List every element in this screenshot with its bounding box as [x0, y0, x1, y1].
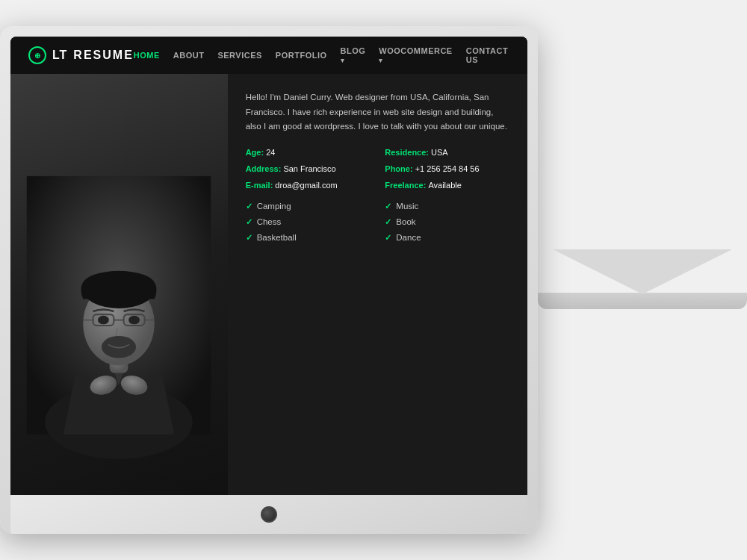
residence-value: USA — [431, 148, 448, 157]
age-value: 24 — [266, 148, 275, 157]
nav-portfolio[interactable]: PORTFOLIO — [276, 51, 327, 60]
details-grid: Age: 24 Residence: USA Address: San Fran… — [246, 148, 509, 190]
monitor: ⊕ LT RESUME HOME ABOUT SERVICES PORTFOLI… — [0, 26, 538, 534]
address-label: Address: — [246, 164, 284, 173]
detail-email: E-mail: droa@gmail.com — [246, 181, 371, 190]
nav-contact[interactable]: CONTACT US — [466, 46, 509, 64]
phone-value: +1 256 254 84 56 — [415, 164, 480, 173]
hobby-camping: ✓ Camping — [246, 202, 371, 211]
phone-label: Phone: — [385, 164, 415, 173]
age-label: Age: — [246, 148, 267, 157]
email-label: E-mail: — [246, 181, 276, 190]
residence-label: Residence: — [385, 148, 431, 157]
nav-woocommerce[interactable]: WOOCOMMERCE — [379, 46, 452, 64]
hobby-basketball: ✓ Basketball — [246, 233, 371, 243]
brand: ⊕ LT RESUME — [28, 46, 134, 64]
photo-placeholder — [10, 74, 228, 495]
brand-icon-text: ⊕ — [34, 52, 40, 60]
hobby-book: ✓ Book — [385, 217, 509, 227]
nav-links: HOME ABOUT SERVICES PORTFOLIO BLOG WOOCO… — [134, 46, 509, 64]
email-value: droa@gmail.com — [275, 181, 337, 190]
photo-section — [10, 74, 228, 495]
screen-bezel: ⊕ LT RESUME HOME ABOUT SERVICES PORTFOLI… — [10, 37, 527, 495]
monitor-chin — [10, 495, 527, 534]
check-icon-2: ✓ — [385, 202, 391, 211]
check-icon-1: ✓ — [246, 202, 252, 211]
hobby-label-6: Dance — [396, 233, 421, 242]
website: ⊕ LT RESUME HOME ABOUT SERVICES PORTFOLI… — [10, 37, 527, 495]
svg-point-10 — [98, 316, 109, 325]
check-icon-3: ✓ — [246, 217, 252, 227]
hobby-label-1: Camping — [257, 202, 291, 211]
svg-point-11 — [128, 316, 140, 325]
info-section: Hello! I'm Daniel Curry. Web designer fr… — [228, 74, 527, 495]
main-content: Hello! I'm Daniel Curry. Web designer fr… — [10, 74, 527, 495]
detail-residence: Residence: USA — [385, 148, 509, 157]
check-icon-6: ✓ — [385, 233, 391, 243]
freelance-value: Available — [428, 181, 461, 190]
check-icon-4: ✓ — [385, 217, 391, 227]
freelance-label: Freelance: — [385, 181, 428, 190]
address-value: San Francisco — [283, 164, 335, 173]
nav-blog[interactable]: BLOG — [341, 46, 366, 64]
hobby-label-3: Chess — [257, 217, 282, 226]
webcam-icon — [261, 506, 277, 523]
person-image — [27, 116, 211, 495]
hobby-dance: ✓ Dance — [385, 233, 509, 243]
detail-freelance: Freelance: Available — [385, 181, 509, 190]
monitor-stand-assembly — [538, 249, 747, 309]
detail-address: Address: San Francisco — [246, 164, 371, 173]
hobby-label-4: Book — [396, 217, 415, 226]
hobby-music: ✓ Music — [385, 202, 509, 211]
nav-services[interactable]: SERVICES — [217, 51, 261, 60]
brand-lt: LT — [52, 49, 67, 62]
brand-resume: RESUME — [73, 49, 133, 62]
nav-about[interactable]: ABOUT — [173, 51, 205, 60]
hobby-label-2: Music — [396, 202, 418, 211]
hobby-label-5: Basketball — [257, 233, 297, 242]
hobbies-grid: ✓ Camping ✓ Music ✓ Chess ✓ — [246, 202, 509, 243]
detail-phone: Phone: +1 256 254 84 56 — [385, 164, 509, 173]
monitor-stand — [553, 249, 732, 294]
nav-home[interactable]: HOME — [134, 51, 160, 60]
detail-age: Age: 24 — [246, 148, 371, 157]
hobby-chess: ✓ Chess — [246, 217, 371, 227]
check-icon-5: ✓ — [246, 233, 252, 243]
bio-text: Hello! I'm Daniel Curry. Web designer fr… — [246, 90, 509, 134]
monitor-base — [538, 293, 747, 309]
navbar: ⊕ LT RESUME HOME ABOUT SERVICES PORTFOLI… — [10, 37, 527, 74]
brand-icon: ⊕ — [28, 46, 46, 64]
